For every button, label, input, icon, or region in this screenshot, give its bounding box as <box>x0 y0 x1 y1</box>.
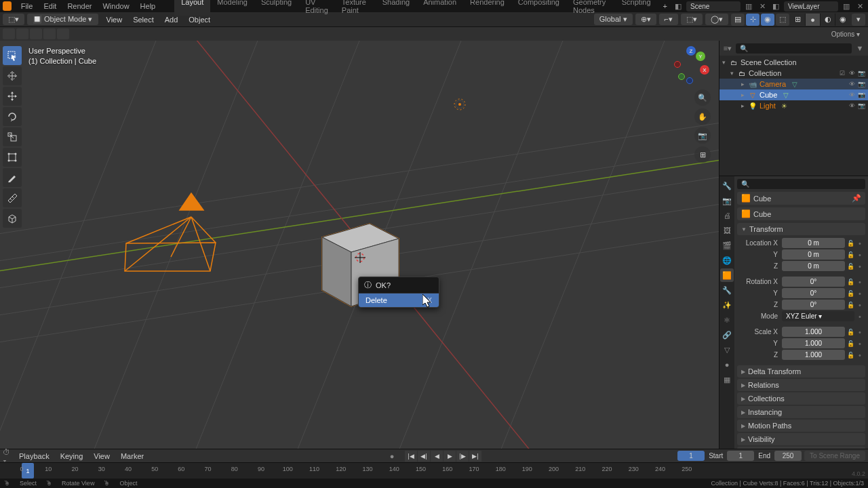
to-scene-range-button[interactable]: To Scene Range <box>804 451 865 461</box>
timeline-view-menu[interactable]: View <box>88 451 115 462</box>
nav-gizmo[interactable]: Z Y X <box>673 46 711 84</box>
zoom-icon[interactable]: 🔍 <box>694 89 711 106</box>
timeline-marker-menu[interactable]: Marker <box>115 451 149 462</box>
menu-render[interactable]: Render <box>62 1 97 12</box>
add-workspace-icon[interactable]: + <box>658 1 673 12</box>
rot-y-input[interactable]: 0° <box>782 288 845 298</box>
data-datablock-row[interactable]: 🟧 Cube <box>737 207 865 220</box>
playhead[interactable]: 1 <box>22 463 34 479</box>
tool-rotate[interactable] <box>3 107 22 126</box>
jump-end-icon[interactable]: ▶| <box>469 451 481 462</box>
editor-type-dropdown[interactable]: ⬚▾ <box>3 14 24 25</box>
timeline-ruler[interactable]: 1 01020304050607080901001101201301401501… <box>0 462 868 479</box>
header-add[interactable]: Add <box>159 14 184 25</box>
anim-dot-icon[interactable]: • <box>856 340 864 348</box>
selectability-icon[interactable]: ▤ <box>731 14 745 26</box>
prop-tab-constraint-icon[interactable]: 🔗 <box>720 328 734 342</box>
prop-tab-texture-icon[interactable]: ▦ <box>720 373 734 386</box>
tool-move[interactable] <box>3 87 22 106</box>
anim-dot-icon[interactable]: • <box>856 301 864 309</box>
scene-browse-icon[interactable]: ◧ <box>673 1 684 12</box>
keyframe-next-icon[interactable]: |▶ <box>456 451 469 462</box>
toolopt-2[interactable] <box>16 28 28 39</box>
panel-viewport-display[interactable]: ▶Viewport Display <box>737 447 865 449</box>
rot-z-input[interactable]: 0° <box>782 300 845 310</box>
anim-dot-icon[interactable]: • <box>856 278 864 286</box>
overlays-toggle-icon[interactable]: ◉ <box>761 14 774 26</box>
snap-dropdown[interactable]: ⌐▾ <box>659 14 678 25</box>
orientation-dropdown[interactable]: Global ▾ <box>594 14 633 25</box>
render-toggle-icon[interactable]: 📷 <box>857 102 865 110</box>
workspace-tab-modeling[interactable]: Modeling <box>210 0 254 16</box>
lock-icon[interactable]: 🔓 <box>846 279 854 285</box>
outliner-type-icon[interactable]: ≡▾ <box>722 43 733 54</box>
scale-x-input[interactable]: 1.000 <box>782 327 845 337</box>
blender-logo-icon[interactable] <box>3 1 12 11</box>
anim-dot-icon[interactable]: • <box>856 239 864 247</box>
tool-scale[interactable] <box>3 127 22 146</box>
shade-solid-icon[interactable]: ● <box>806 14 821 26</box>
render-toggle-icon[interactable]: 📷 <box>857 91 865 99</box>
pin-icon[interactable]: 📌 <box>852 194 861 203</box>
transform-panel-head[interactable]: ▼Transform <box>737 223 865 235</box>
prop-tab-render-icon[interactable]: 📷 <box>720 194 734 207</box>
outliner-search-input[interactable]: 🔍 <box>736 43 852 54</box>
current-frame-input[interactable]: 1 <box>677 451 705 461</box>
panel-collections[interactable]: ▶Collections <box>737 392 865 405</box>
eye-toggle-icon[interactable]: 👁 <box>848 69 856 77</box>
prop-tab-world-icon[interactable]: 🌐 <box>720 253 734 267</box>
jump-start-icon[interactable]: |◀ <box>405 451 417 462</box>
panel-delta-transform[interactable]: ▶Delta Transform <box>737 365 865 378</box>
lock-icon[interactable]: 🔓 <box>846 263 854 270</box>
toolopt-4[interactable] <box>43 28 56 39</box>
toolopt-5[interactable] <box>57 28 69 39</box>
panel-motion-paths[interactable]: ▶Motion Paths <box>737 420 865 432</box>
render-toggle-icon[interactable]: 📷 <box>857 69 865 77</box>
toolopt-1[interactable] <box>3 28 15 39</box>
pivot-dropdown[interactable]: ⊕▾ <box>635 14 656 25</box>
workspace-tab-uv-editing[interactable]: UV Editing <box>298 0 335 16</box>
gizmo-neg-z-icon[interactable] <box>686 77 693 84</box>
tree-item-cube[interactable]: ▸ ▽ Cube ▽ 👁 📷 <box>719 89 868 100</box>
prop-tab-scene-icon[interactable]: 🎬 <box>720 239 734 252</box>
anim-dot-icon[interactable]: • <box>856 328 864 336</box>
rotation-mode-dropdown[interactable]: XYZ Euler ▾ <box>782 311 854 321</box>
viewlayer-new-icon[interactable]: ▥ <box>841 1 852 12</box>
properties-search-input[interactable]: 🔍 <box>737 179 865 189</box>
shade-wireframe-icon[interactable]: ⊞ <box>791 14 806 26</box>
menu-edit[interactable]: Edit <box>38 1 62 12</box>
options-dropdown[interactable]: Options ▾ <box>826 29 865 39</box>
timeline-type-icon[interactable]: ⏱▾ <box>3 451 14 462</box>
anim-dot-icon[interactable]: • <box>856 312 864 321</box>
tool-transform[interactable] <box>3 148 22 167</box>
eye-toggle-icon[interactable]: 👁 <box>848 102 856 110</box>
outliner-filter-icon[interactable]: ▼ <box>854 43 865 54</box>
workspace-tab-rendering[interactable]: Rendering <box>463 0 511 16</box>
anim-dot-icon[interactable]: • <box>856 289 864 298</box>
end-frame-input[interactable]: 250 <box>774 451 802 461</box>
lock-icon[interactable]: 🔓 <box>846 329 854 336</box>
lock-icon[interactable]: 🔓 <box>846 340 854 347</box>
mode-dropdown[interactable]: 🔲 Object Mode ▾ <box>27 14 98 25</box>
prop-tab-material-icon[interactable]: ● <box>720 358 734 371</box>
perspective-toggle-icon[interactable]: ⊞ <box>694 146 711 163</box>
viewlayer-browse-icon[interactable]: ◧ <box>770 1 781 12</box>
keyframe-prev-icon[interactable]: ◀| <box>418 451 430 462</box>
scene-name-field[interactable]: Scene <box>686 1 741 12</box>
menu-window[interactable]: Window <box>97 1 134 12</box>
workspace-tab-texture-paint[interactable]: Texture Paint <box>335 0 376 16</box>
gizmo-toggle-icon[interactable]: ⊹ <box>746 14 760 26</box>
header-object[interactable]: Object <box>183 14 216 25</box>
anim-dot-icon[interactable]: • <box>856 351 864 359</box>
xray-toggle-icon[interactable]: ⬚ <box>776 14 789 26</box>
gizmo-y-icon[interactable]: Y <box>696 52 705 61</box>
lock-icon[interactable]: 🔓 <box>846 240 854 247</box>
gizmo-neg-x-icon[interactable] <box>674 61 681 68</box>
lock-icon[interactable]: 🔓 <box>846 302 854 308</box>
menu-help[interactable]: Help <box>135 1 161 12</box>
rot-x-input[interactable]: 0° <box>782 277 845 287</box>
object-datablock-row[interactable]: 🟧 Cube 📌 <box>737 192 865 205</box>
panel-instancing[interactable]: ▶Instancing <box>737 406 865 418</box>
pan-icon[interactable]: ✋ <box>694 108 711 125</box>
prop-tab-data-icon[interactable]: ▽ <box>720 343 734 357</box>
